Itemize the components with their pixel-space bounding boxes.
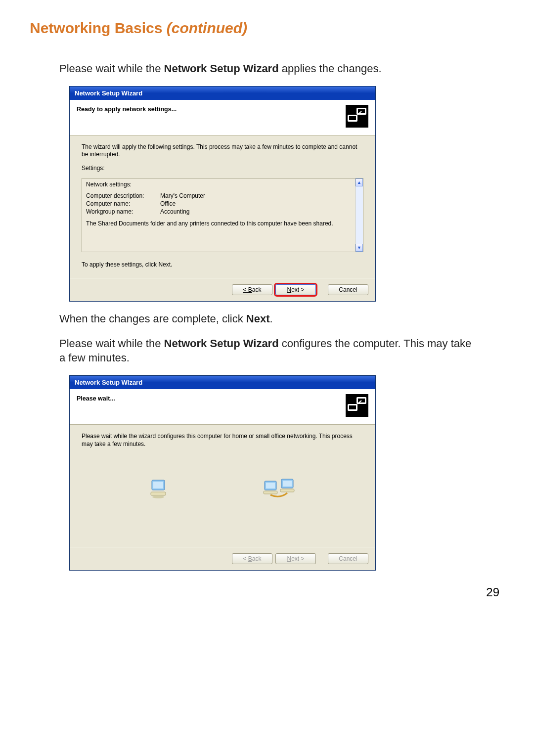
window-title: Network Setup Wizard	[75, 379, 142, 386]
settings-header: Network settings:	[86, 180, 351, 188]
svg-rect-12	[151, 492, 166, 495]
page-title: Networking Basics (continued)	[30, 20, 504, 37]
back-button: < Back	[232, 553, 272, 564]
intro-paragraph-2: When the changes are complete, click Nex…	[59, 311, 475, 326]
next-button[interactable]: Next >	[275, 284, 316, 295]
network-computers-icon	[346, 105, 368, 128]
svg-point-13	[152, 495, 164, 498]
settings-content: Network settings: Computer description: …	[82, 178, 355, 252]
wizard-body: The wizard will apply the following sett…	[70, 135, 375, 278]
scrollbar[interactable]: ▲ ▼	[355, 178, 363, 252]
setting-row-description: Computer description: Mary's Computer	[86, 192, 351, 200]
wizard-body: Please wait while the wizard configures …	[70, 425, 375, 547]
svg-rect-15	[266, 483, 275, 489]
wizard-heading: Ready to apply network settings...	[77, 105, 177, 113]
svg-rect-7	[349, 405, 356, 409]
wizard-footer: < Back Next > Cancel	[70, 547, 375, 570]
back-button[interactable]: < Back	[232, 284, 272, 295]
settings-label: Settings:	[82, 165, 363, 173]
settings-panel: Network settings: Computer description: …	[82, 178, 363, 252]
network-computers-icon	[346, 394, 368, 417]
svg-rect-2	[349, 116, 356, 120]
configure-graphic	[82, 454, 363, 538]
svg-rect-11	[153, 482, 163, 489]
scroll-up-button[interactable]: ▲	[356, 178, 363, 186]
window-titlebar[interactable]: Network Setup Wizard	[70, 87, 375, 100]
apply-instruction: To apply these settings, click Next.	[82, 261, 363, 269]
network-setup-wizard-apply: Network Setup Wizard Ready to apply netw…	[69, 86, 376, 302]
window-title: Network Setup Wizard	[75, 89, 142, 97]
svg-rect-19	[280, 489, 294, 492]
network-setup-wizard-wait: Network Setup Wizard Please wait... Plea…	[69, 375, 376, 571]
page-number: 29	[30, 585, 504, 599]
cancel-button[interactable]: Cancel	[328, 284, 368, 295]
intro-paragraph-3: Please wait while the Network Setup Wiza…	[59, 336, 475, 365]
svg-rect-18	[283, 481, 292, 487]
page-title-main: Networking Basics	[30, 20, 167, 36]
wizard-footer: < Back Next > Cancel	[70, 278, 375, 301]
wizard-header: Please wait...	[70, 389, 375, 425]
wizard-intro-text: Please wait while the wizard configures …	[82, 433, 363, 448]
settings-footer-text: The Shared Documents folder and any prin…	[86, 220, 351, 227]
scroll-track[interactable]	[356, 186, 363, 244]
setting-row-name: Computer name: Office	[86, 200, 351, 208]
window-titlebar[interactable]: Network Setup Wizard	[70, 376, 375, 389]
cancel-button: Cancel	[328, 553, 368, 564]
wizard-header: Ready to apply network settings...	[70, 100, 375, 135]
page-title-continued: (continued)	[167, 20, 247, 36]
scroll-down-button[interactable]: ▼	[356, 244, 363, 252]
next-button: Next >	[275, 553, 316, 564]
svg-rect-16	[264, 491, 277, 494]
computer-single-icon	[148, 477, 170, 500]
setting-row-workgroup: Workgroup name: Accounting	[86, 208, 351, 216]
intro-paragraph-1: Please wait while the Network Setup Wiza…	[59, 61, 475, 76]
computer-network-icon	[263, 477, 297, 500]
wizard-intro-text: The wizard will apply the following sett…	[82, 143, 363, 159]
wizard-heading: Please wait...	[77, 394, 115, 402]
